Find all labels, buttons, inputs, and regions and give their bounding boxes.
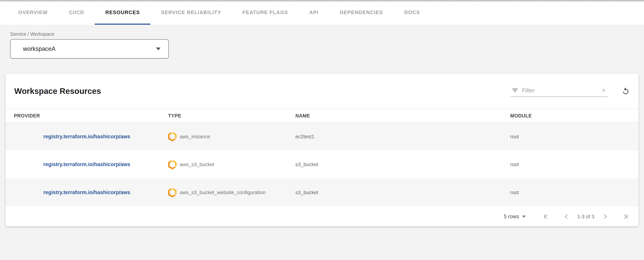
first-page-icon [542, 213, 550, 220]
resources-table: PROVIDERTYPENAMEMODULE registry.terrafor… [6, 109, 638, 206]
provider-link[interactable]: registry.terraform.io/hashicorp/aws [43, 134, 130, 140]
refresh-icon [622, 87, 630, 95]
resource-module: root [510, 151, 638, 179]
workspace-resources-card: Workspace Resources [6, 74, 638, 227]
filter-list-icon [512, 87, 518, 94]
rows-per-page-select[interactable]: 5 rows [504, 214, 526, 220]
card-title: Workspace Resources [14, 86, 101, 96]
resource-type-label: aws_s3_bucket_website_configuration [180, 190, 266, 195]
tab-service-reliability[interactable]: SERVICE RELIABILITY [150, 0, 232, 25]
tab-feature-flags[interactable]: FEATURE FLAGS [232, 0, 299, 25]
clear-filter-button[interactable] [601, 87, 606, 93]
resource-name: s3_bucket [296, 179, 510, 206]
filter-input[interactable] [522, 87, 597, 94]
column-header-name: NAME [296, 109, 510, 122]
resource-module: root [510, 179, 638, 206]
resource-type-label: aws_instance [180, 134, 210, 140]
tab-overview[interactable]: OVERVIEW [8, 0, 58, 25]
table-body: registry.terraform.io/hashicorp/awsaws_i… [6, 122, 638, 206]
table-row: registry.terraform.io/hashicorp/awsaws_s… [6, 151, 638, 179]
workspace-select[interactable]: workspaceA [10, 39, 169, 59]
resource-name: ec2test1 [296, 122, 510, 151]
provider-link[interactable]: registry.terraform.io/hashicorp/aws [43, 162, 130, 167]
pagination-bar: 5 rows 1-3 of 3 [6, 206, 638, 227]
provider-link[interactable]: registry.terraform.io/hashicorp/aws [43, 190, 130, 195]
first-page-button[interactable] [541, 211, 552, 222]
page-range-label: 1-3 of 3 [577, 214, 594, 220]
pagination-controls: 1-3 of 3 [541, 211, 631, 222]
table-header-row: PROVIDERTYPENAMEMODULE [6, 109, 638, 122]
resource-module: root [510, 122, 638, 151]
page-body: Service / Workspace workspaceA Workspace… [0, 25, 644, 227]
close-icon [601, 87, 606, 93]
resource-type: aws_s3_bucket [168, 160, 296, 169]
refresh-button[interactable] [622, 87, 630, 95]
tab-bar: OVERVIEWCI/CDRESOURCESSERVICE RELIABILIT… [0, 0, 644, 25]
column-header-module: MODULE [510, 109, 638, 122]
resource-type: aws_instance [168, 132, 296, 141]
hexagon-resource-icon [168, 132, 176, 141]
card-header: Workspace Resources [6, 74, 638, 109]
resource-type: aws_s3_bucket_website_configuration [168, 188, 296, 197]
table-row: registry.terraform.io/hashicorp/awsaws_i… [6, 122, 638, 151]
tab-api[interactable]: API [299, 0, 329, 25]
resource-type-label: aws_s3_bucket [180, 162, 214, 168]
previous-page-button[interactable] [561, 211, 572, 222]
chevron-down-icon [522, 216, 526, 218]
resource-name: s3_bucket [296, 151, 510, 179]
column-header-provider: PROVIDER [6, 109, 168, 122]
workspace-select-value: workspaceA [23, 45, 56, 52]
last-page-button[interactable] [620, 211, 631, 222]
workspace-selector-label: Service / Workspace [10, 31, 644, 37]
filter-zone [510, 85, 630, 97]
tab-ci-cd[interactable]: CI/CD [58, 0, 95, 25]
tab-resources[interactable]: RESOURCES [95, 0, 150, 25]
hexagon-resource-icon [168, 188, 176, 197]
hexagon-resource-icon [168, 160, 176, 169]
column-header-type: TYPE [168, 109, 296, 122]
last-page-icon [622, 213, 629, 220]
rows-per-page-label: 5 rows [504, 214, 519, 220]
next-page-button[interactable] [600, 211, 610, 222]
filter-box [510, 85, 608, 97]
tab-dependencies[interactable]: DEPENDENCIES [329, 0, 394, 25]
chevron-left-icon [563, 213, 570, 220]
chevron-down-icon [156, 48, 160, 50]
tab-docs[interactable]: DOCS [394, 0, 431, 25]
table-row: registry.terraform.io/hashicorp/awsaws_s… [6, 179, 638, 206]
chevron-right-icon [602, 213, 608, 220]
